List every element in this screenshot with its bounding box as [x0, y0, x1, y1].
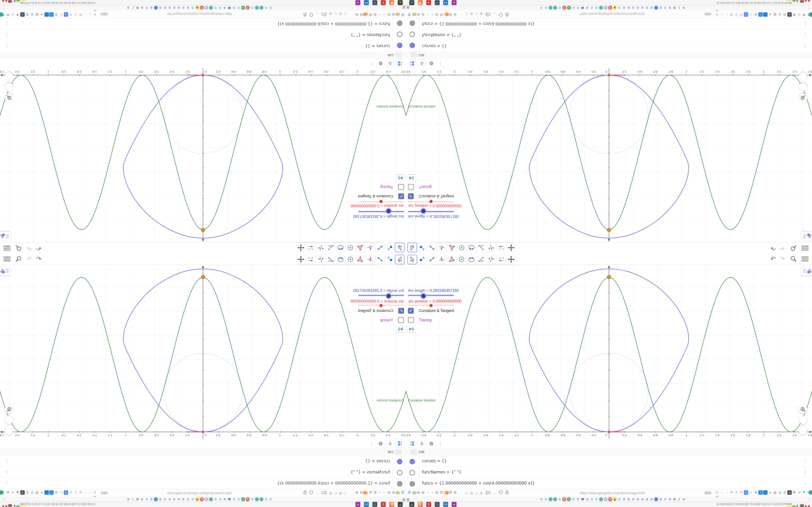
visibility-toggle[interactable]	[410, 459, 415, 464]
globe-icon[interactable]: ⊕	[421, 490, 425, 495]
row-menu-icon[interactable]: ⋮	[4, 458, 9, 463]
tab-favicon[interactable]: G	[264, 6, 268, 10]
tab-favicon[interactable]: ✿	[682, 6, 686, 10]
browser-action-icon[interactable]: D	[782, 490, 787, 495]
tab-favicon[interactable]: Я	[246, 6, 250, 10]
browser-action-icon[interactable]: D	[25, 490, 30, 495]
gear-icon[interactable]: ⚙	[448, 490, 453, 495]
browser-action-icon[interactable]: +	[758, 12, 763, 17]
tab-favicon[interactable]: Я	[608, 497, 612, 501]
arc-position-slider[interactable]	[408, 202, 454, 202]
algebra-row[interactable]: funcs = {1.000000000000 + cos(4.00000000…	[406, 478, 812, 489]
row-menu-icon[interactable]: ⋮	[803, 32, 808, 38]
arc-position-slider-knob[interactable]	[429, 304, 433, 307]
taskbar-app-icon[interactable]: ff	[418, 502, 423, 507]
tab-favicon[interactable]: ✿	[149, 497, 153, 501]
tool-polygon[interactable]	[356, 243, 365, 252]
wrench-icon[interactable]: ⚒	[439, 490, 444, 495]
address-bar-url[interactable]: https://www.geogebra.org/classic/aagcxh3…	[580, 12, 645, 16]
tool-point[interactable]: A	[386, 243, 395, 252]
taskbar-app-icon[interactable]: ☻	[452, 0, 457, 5]
zoom-out-button[interactable]	[799, 72, 807, 80]
browser-action-icon[interactable]: A	[744, 12, 748, 17]
zoom-level-badge[interactable]: 81%	[704, 12, 712, 16]
tab-favicon[interactable]: G	[218, 6, 222, 10]
taskbar-app-icon[interactable]: 64	[443, 502, 448, 507]
tab-favicon[interactable]: f	[677, 6, 681, 10]
graphics-stylebar-toggle[interactable]	[801, 267, 812, 276]
arc-position-slider[interactable]	[358, 202, 404, 202]
zoom-level-badge[interactable]: 81%	[704, 491, 712, 495]
browser-action-icon[interactable]: ⇩	[734, 490, 739, 495]
gear-icon[interactable]: ⚙	[359, 490, 364, 495]
browser-action-icon[interactable]: ⚑	[802, 12, 806, 17]
redo-button[interactable]: ↷	[779, 244, 785, 252]
algebra-row[interactable]: funcNames = {" "} ⋮	[0, 467, 406, 478]
globe-icon[interactable]: ⊕	[387, 490, 391, 495]
zoom-in-button[interactable]	[799, 416, 807, 424]
tab-favicon[interactable]: ✿	[585, 6, 589, 10]
browser-action-icon[interactable]: ↓	[45, 490, 49, 495]
taskbar-app-icon[interactable]: ⧉	[372, 0, 377, 5]
row-menu-icon[interactable]: ⋮	[4, 44, 9, 49]
taskbar-app-icon[interactable]: ▣	[409, 502, 414, 507]
tab-favicon[interactable]: ✿	[650, 6, 654, 10]
camera-icon[interactable]	[396, 490, 400, 495]
tool-reflect[interactable]	[316, 243, 325, 252]
browser-action-icon[interactable]: ✎	[739, 490, 743, 495]
search-icon[interactable]	[15, 256, 22, 264]
tab-favicon[interactable]: ✿	[158, 6, 162, 10]
taskbar-app-icon[interactable]: ⚙	[426, 502, 431, 507]
tab-favicon[interactable]: G	[595, 497, 598, 501]
browser-action-icon[interactable]: ⚙	[754, 12, 758, 17]
globe-icon[interactable]: ⊕	[387, 12, 391, 17]
tab-favicon[interactable]: ✿	[622, 6, 626, 10]
fx-display-icon[interactable]: fx	[386, 440, 394, 448]
browser-action-icon[interactable]: ᴅ	[788, 490, 792, 495]
collapse-button[interactable]: –	[395, 450, 401, 455]
tool-perpendicular-line[interactable]	[366, 243, 375, 252]
kebab-menu-icon[interactable]: ⋮	[437, 60, 444, 67]
firefox-icon[interactable]	[364, 12, 368, 17]
arc-length-slider[interactable]	[408, 211, 454, 212]
shield-icon[interactable]	[309, 491, 313, 495]
arc-position-slider[interactable]	[358, 305, 404, 305]
tracing-checkbox[interactable]	[398, 317, 404, 323]
tab-favicon[interactable]: ✿	[631, 6, 635, 10]
tracing-checkbox[interactable]	[408, 184, 414, 190]
tab-favicon[interactable]: ✿	[641, 497, 644, 501]
globe-icon[interactable]: ⊕	[416, 12, 421, 17]
tab-favicon[interactable]: ⚙	[672, 497, 676, 501]
browser-action-icon[interactable]: D	[782, 12, 787, 17]
undo-button[interactable]: ↶	[770, 255, 776, 263]
tool-move[interactable]	[407, 255, 417, 264]
globe-icon[interactable]: ⊕	[421, 12, 425, 17]
graphics-stylebar-toggle[interactable]	[0, 231, 11, 240]
gear-icon[interactable]: ⚙	[359, 12, 364, 17]
browser-action-icon[interactable]: →	[724, 490, 729, 495]
tree-view-icon[interactable]	[396, 59, 404, 67]
browser-action-icon[interactable]: A	[93, 490, 97, 495]
wrench-icon[interactable]: ⚒	[368, 490, 373, 495]
zoom-level-badge[interactable]: 81%	[100, 12, 108, 16]
tab-favicon[interactable]	[553, 497, 557, 501]
tab-favicon[interactable]: G	[544, 497, 548, 501]
browser-action-icon[interactable]: ↓	[763, 12, 767, 17]
tab-favicon[interactable]: f	[131, 6, 135, 10]
tool-angle[interactable]: α	[477, 255, 486, 264]
tab-favicon[interactable]: G	[250, 497, 254, 501]
algebra-row[interactable]: curves = {} ⋮	[0, 456, 406, 467]
browser-action-icon[interactable]: ⚑	[6, 490, 10, 495]
tab-favicon[interactable]: ✿	[163, 6, 167, 10]
row-menu-icon[interactable]: ⋮	[803, 21, 808, 27]
browser-action-icon[interactable]: ☆	[720, 490, 724, 495]
undo-button[interactable]: ↶	[36, 244, 42, 252]
back-arrow-icon[interactable]: ←	[493, 12, 497, 16]
browser-action-icon[interactable]: +	[49, 12, 54, 17]
tab-favicon[interactable]: ✿	[140, 497, 144, 501]
tab-favicon[interactable]: ✿	[636, 6, 640, 10]
menu-icon[interactable]	[3, 257, 11, 263]
tab-favicon[interactable]: ✿	[186, 497, 190, 501]
taskbar-app-icon[interactable]: 64	[364, 0, 369, 5]
row-menu-icon[interactable]: ⋮	[803, 469, 808, 475]
